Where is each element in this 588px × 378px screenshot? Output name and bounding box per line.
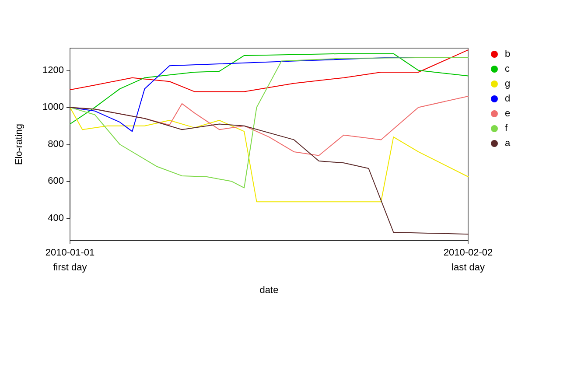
- legend-marker-c: [491, 66, 498, 73]
- y-tick-label: 800: [48, 138, 64, 149]
- x-tick-label: 2010-01-01: [46, 247, 95, 258]
- legend-label-f: f: [505, 122, 508, 133]
- legend-marker-e: [491, 110, 498, 117]
- legend-label-b: b: [505, 48, 510, 59]
- series-b: [70, 50, 468, 91]
- y-tick-label: 600: [48, 175, 64, 186]
- y-tick-label: 400: [48, 212, 64, 223]
- legend-marker-b: [491, 51, 498, 58]
- legend-label-a: a: [505, 137, 511, 148]
- series-g: [70, 107, 468, 202]
- x-axis-title: date: [260, 284, 279, 295]
- legend-label-c: c: [505, 63, 510, 74]
- series-a: [70, 107, 468, 234]
- legend-label-d: d: [505, 93, 510, 104]
- legend-marker-d: [491, 95, 498, 102]
- series-d: [70, 57, 468, 131]
- x-tick-annotation: first day: [53, 262, 87, 273]
- series-f: [70, 57, 468, 188]
- line-chart: 400600800100012002010-01-01first day2010…: [0, 0, 588, 378]
- chart-container: 400600800100012002010-01-01first day2010…: [0, 0, 588, 378]
- x-tick-label: 2010-02-02: [444, 247, 493, 258]
- legend-marker-f: [491, 125, 498, 132]
- legend-marker-a: [491, 140, 498, 147]
- y-tick-label: 1200: [42, 64, 64, 75]
- plot-frame: [70, 48, 468, 241]
- y-tick-label: 1000: [42, 101, 64, 112]
- legend-marker-g: [491, 80, 498, 88]
- y-axis-title: Elo-rating: [13, 124, 24, 165]
- legend-label-e: e: [505, 108, 510, 119]
- x-tick-annotation: last day: [452, 262, 485, 273]
- legend-label-g: g: [505, 78, 510, 89]
- series-c: [70, 54, 468, 124]
